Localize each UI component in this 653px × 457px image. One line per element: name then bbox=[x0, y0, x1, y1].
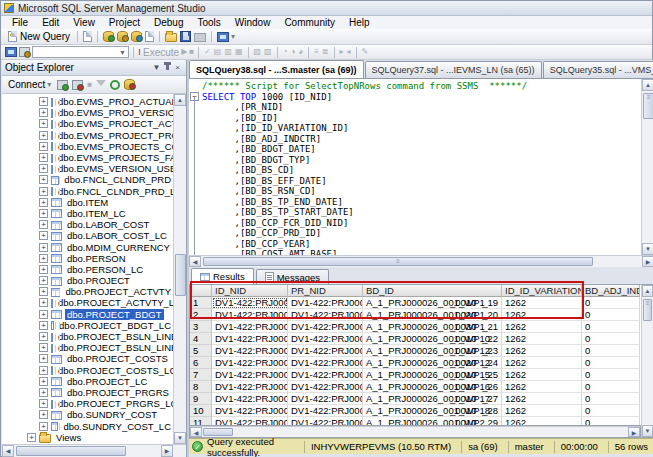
object-explorer-hscrollbar[interactable]: ◀ ▶ bbox=[2, 444, 186, 457]
grid-cell-pr-nid[interactable]: DV1-422:PRJ000026 bbox=[288, 333, 363, 345]
tree-item-table[interactable]: +dbo.PROJECT_BSLN_LINE bbox=[2, 331, 173, 342]
grid-row-number[interactable]: 2 bbox=[190, 309, 212, 321]
grid-cell-adj-indctr[interactable]: 0 bbox=[582, 297, 640, 309]
grid-cell-pr-nid[interactable]: DV1-422:PRJ000026 bbox=[288, 381, 363, 393]
grid-cell-id-nid[interactable]: DV1-422:PRJ000026 bbox=[212, 309, 288, 321]
expand-plus-icon[interactable]: + bbox=[39, 220, 48, 229]
query-toolbar-icon[interactable]: ◂ bbox=[347, 48, 351, 56]
grid-vscrollbar[interactable]: ▲ ≡ ▼ bbox=[641, 284, 653, 438]
server-disconnect-icon[interactable] bbox=[72, 80, 83, 90]
tree-item-table[interactable]: +dbo.FNCL_CLNDR_PRD bbox=[2, 174, 173, 185]
expand-plus-icon[interactable]: + bbox=[39, 276, 48, 285]
debug-play-icon[interactable]: ▶ bbox=[181, 48, 187, 56]
expand-plus-icon[interactable]: + bbox=[39, 343, 48, 352]
expand-plus-icon[interactable]: + bbox=[39, 388, 48, 397]
menu-item-help[interactable]: Help bbox=[342, 17, 377, 28]
sql-editor[interactable]: − /****** Script for SelectTopNRows comm… bbox=[189, 79, 641, 255]
grid-data-row[interactable]: 3DV1-422:PRJ000026DV1-422:PRJ000026A_1_P… bbox=[190, 321, 641, 333]
query-toolbar-icon[interactable]: ▦ bbox=[235, 48, 243, 56]
filter-icon[interactable] bbox=[96, 80, 106, 91]
grid-column-header[interactable]: BD_ID bbox=[363, 285, 502, 297]
attach-database-icon[interactable] bbox=[103, 31, 114, 42]
grid-data-row[interactable]: 9DV1-422:PRJ000026DV1-422:PRJ000026A_1_P… bbox=[190, 393, 641, 405]
grid-cell-variation-id[interactable]: 1262 bbox=[502, 321, 582, 333]
server-connect-icon[interactable] bbox=[57, 80, 68, 90]
grid-cell-adj-indctr[interactable]: 0 bbox=[582, 345, 640, 357]
delete-server-icon[interactable] bbox=[124, 79, 135, 90]
expand-plus-icon[interactable]: + bbox=[39, 254, 48, 263]
tree-item-table[interactable]: +dbo.PROJECT_BDGT bbox=[2, 309, 173, 320]
expand-plus-icon[interactable]: + bbox=[39, 265, 48, 274]
expand-plus-icon[interactable]: + bbox=[39, 142, 48, 151]
query-toolbar-icon[interactable]: ◕ bbox=[298, 48, 303, 56]
grid-cell-adj-indctr[interactable]: 0 bbox=[582, 405, 640, 417]
menu-item-window[interactable]: Window bbox=[228, 17, 278, 28]
expand-plus-icon[interactable]: + bbox=[39, 422, 48, 431]
tree-item-table[interactable]: +dbo.PROJECT_BSLN_LINE_LC bbox=[2, 342, 173, 353]
scroll-thumb[interactable] bbox=[175, 254, 186, 296]
scroll-thumb[interactable]: ≡ bbox=[203, 257, 593, 266]
scroll-down-icon[interactable]: ▼ bbox=[642, 243, 653, 255]
grid-cell-pr-nid[interactable]: DV1-422:PRJ000026 bbox=[288, 345, 363, 357]
scroll-down-icon[interactable]: ▼ bbox=[642, 425, 653, 437]
grid-cell-pr-nid[interactable]: DV1-422:PRJ000026 bbox=[288, 405, 363, 417]
grid-column-header[interactable]: ID_ID_VARIATION_ID bbox=[502, 285, 582, 297]
scroll-down-icon[interactable]: ▼ bbox=[174, 432, 186, 444]
print-icon[interactable] bbox=[194, 33, 206, 42]
expand-plus-icon[interactable]: + bbox=[39, 108, 48, 117]
grid-cell-pr-nid[interactable]: DV1-422:PRJ000026 bbox=[288, 393, 363, 405]
tree-item-table[interactable]: +dbo.FNCL_CLNDR_PRD_LC bbox=[2, 186, 173, 197]
menu-item-view[interactable]: View bbox=[66, 17, 102, 28]
editor-vscrollbar[interactable]: ▲ ≡ ▼ bbox=[641, 79, 653, 255]
grid-corner-cell[interactable] bbox=[190, 285, 212, 297]
grid-data-row[interactable]: 6DV1-422:PRJ000026DV1-422:PRJ000026A_1_P… bbox=[190, 357, 641, 369]
expand-plus-icon[interactable]: + bbox=[39, 332, 48, 341]
query-toolbar-icon[interactable]: ▨ bbox=[264, 48, 272, 56]
query-toolbar-icon[interactable]: ✎ bbox=[362, 48, 369, 56]
scroll-right-icon[interactable]: ▶ bbox=[642, 256, 653, 267]
tree-item-table[interactable]: +dbo.PERSON bbox=[2, 253, 173, 264]
grid-cell-id-nid[interactable]: DV1-422:PRJ000026 bbox=[212, 321, 288, 333]
grid-cell-adj-indctr[interactable]: 0 bbox=[582, 333, 640, 345]
database-combo[interactable]: ▼ bbox=[32, 46, 129, 58]
expand-plus-icon[interactable]: + bbox=[27, 433, 36, 442]
grid-cell-bd-id[interactable]: A_1_PRJ000026_001_WP17_0010_27 bbox=[363, 393, 502, 405]
grid-row-number[interactable]: 9 bbox=[190, 393, 212, 405]
expand-plus-icon[interactable]: + bbox=[39, 287, 48, 296]
scroll-thumb[interactable] bbox=[16, 446, 126, 456]
results-tab-results[interactable]: Results bbox=[191, 268, 254, 284]
close-icon[interactable]: × bbox=[172, 63, 183, 72]
new-query-button[interactable]: New Query bbox=[5, 30, 73, 43]
tree-item-table[interactable]: +dbo.EVMS_PROJECT_ACTVTY bbox=[2, 118, 173, 129]
activity-monitor-icon[interactable] bbox=[217, 32, 229, 42]
grid-cell-pr-nid[interactable]: DV1-422:PRJ000026 bbox=[288, 297, 363, 309]
grid-cell-variation-id[interactable]: 1262 bbox=[502, 309, 582, 321]
stop-icon[interactable]: ■ bbox=[87, 81, 92, 89]
expand-plus-icon[interactable]: + bbox=[39, 187, 48, 196]
scroll-thumb[interactable]: ≡ bbox=[643, 93, 653, 119]
tree-item-table[interactable]: +dbo.PROJECT_LC bbox=[2, 376, 173, 387]
grid-cell-pr-nid[interactable]: DV1-422:PRJ000026 bbox=[288, 309, 363, 321]
expand-plus-icon[interactable]: + bbox=[39, 321, 48, 330]
expand-plus-icon[interactable]: + bbox=[39, 310, 48, 319]
grid-cell-adj-indctr[interactable]: 0 bbox=[582, 381, 640, 393]
grid-cell-variation-id[interactable]: 1262 bbox=[502, 345, 582, 357]
grid-cell-variation-id[interactable]: 1262 bbox=[502, 357, 582, 369]
grid-cell-adj-indctr[interactable]: 0 bbox=[582, 393, 640, 405]
query-toolbar-icon[interactable]: ≣ bbox=[322, 48, 329, 56]
editor-hscrollbar[interactable]: ◀ ≡ ▶ bbox=[189, 255, 653, 267]
tree-item-table[interactable]: +dbo.PROJECT_ACTVTY_LC bbox=[2, 297, 173, 308]
grid-cell-bd-id[interactable]: A_1_PRJ000026_001_WP12_0010_23 bbox=[363, 345, 502, 357]
tree-item-table[interactable]: +dbo.PERSON_LC bbox=[2, 264, 173, 275]
grid-data-row[interactable]: 7DV1-422:PRJ000026DV1-422:PRJ000026A_1_P… bbox=[190, 369, 641, 381]
grid-cell-id-nid[interactable]: DV1-422:PRJ000026 bbox=[212, 333, 288, 345]
tree-item-table[interactable]: +dbo.PROJECT_COSTS_LC bbox=[2, 365, 173, 376]
scroll-up-icon[interactable]: ▲ bbox=[642, 79, 653, 91]
expand-plus-icon[interactable]: + bbox=[39, 153, 48, 162]
tree-item-table[interactable]: +dbo.SUNDRY_COST_LC bbox=[2, 420, 173, 431]
grid-cell-bd-id[interactable]: A_1_PRJ000026_001_WP12_0020_24 bbox=[363, 357, 502, 369]
document-tab[interactable]: SQLQuery35.sql - ...VMS_LN (sa (67))* bbox=[543, 61, 653, 78]
tree-item-table[interactable]: +dbo.MDIM_CURRENCY bbox=[2, 241, 173, 252]
grid-cell-adj-indctr[interactable]: 0 bbox=[582, 417, 640, 426]
tree-item-table[interactable]: +dbo.ITEM_LC bbox=[2, 208, 173, 219]
